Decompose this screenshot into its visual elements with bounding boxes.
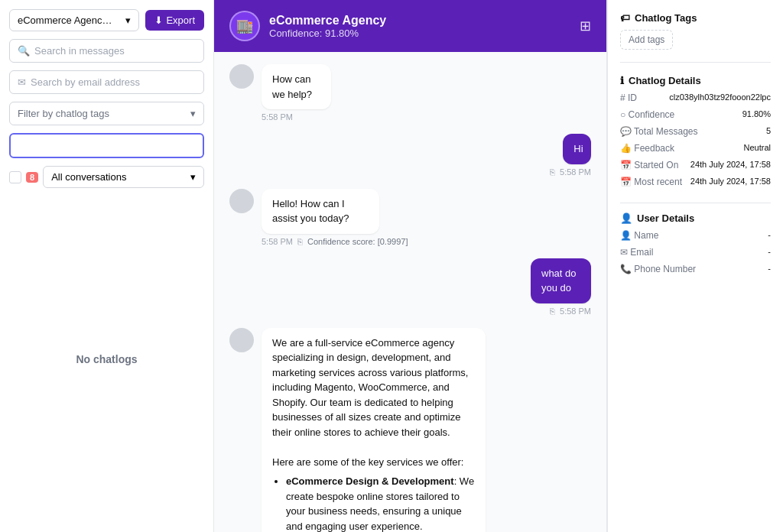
detail-label-phone: 📞 Phone Number bbox=[620, 264, 696, 274]
copy-icon[interactable]: ⎘ bbox=[550, 167, 555, 177]
chat-area: 🏬 eCommerce Agency Confidence: 91.80% ⊞ … bbox=[214, 0, 607, 532]
detail-row-feedback: 👍 Feedback Neutral bbox=[620, 143, 771, 154]
search-email-box: ✉ bbox=[9, 70, 204, 94]
message-wrapper: How can we help? 5:58 PM bbox=[262, 64, 364, 122]
info-icon: ℹ bbox=[620, 75, 624, 86]
conversations-label: All conversations bbox=[51, 171, 126, 183]
message-time: 5:58 PM bbox=[262, 112, 364, 122]
chat-confidence: Confidence: 91.80% bbox=[269, 28, 386, 39]
message-bubble: what do you do bbox=[531, 258, 591, 303]
detail-value-name: - bbox=[768, 230, 771, 239]
message-row: We are a full-service eCommerce agency s… bbox=[229, 328, 591, 533]
chatlog-tags-title: 🏷 Chatlog Tags bbox=[620, 12, 771, 24]
detail-value-confidence: 91.80% bbox=[742, 109, 771, 118]
detail-row-email: ✉ Email - bbox=[620, 247, 771, 258]
detail-value-phone: - bbox=[768, 264, 771, 273]
message-row: what do you do ⎘ 5:58 PM bbox=[229, 258, 591, 316]
detail-value-started-on: 24th July 2024, 17:58 bbox=[690, 160, 771, 169]
export-button[interactable]: ⬇ Export bbox=[145, 10, 204, 31]
filter-tags-row[interactable]: Filter by chatlog tags ▾ bbox=[9, 102, 204, 125]
chatlog-tags-section: 🏷 Chatlog Tags Add tags bbox=[620, 12, 771, 50]
chevron-down-icon: ▾ bbox=[190, 171, 196, 183]
message-wrapper: Hi ⎘ 5:58 PM bbox=[550, 134, 591, 177]
confidence-score: Confidence score: [0.9997] bbox=[307, 237, 408, 246]
message-time: ⎘ 5:58 PM bbox=[550, 307, 591, 316]
detail-row-id: # ID clz038ylh03tz92fooon22lpc bbox=[620, 92, 771, 103]
user-icon: 👤 bbox=[620, 212, 632, 224]
detail-value-feedback: Neutral bbox=[744, 143, 771, 152]
message-time: ⎘ 5:58 PM bbox=[550, 167, 591, 177]
detail-row-confidence: ○ Confidence 91.80% bbox=[620, 109, 771, 120]
agency-selector[interactable]: eCommerce Agenc… ▾ bbox=[9, 9, 139, 31]
message-bubble: Hi bbox=[563, 134, 591, 164]
right-panel: 🏷 Chatlog Tags Add tags ℹ Chatlog Detail… bbox=[607, 0, 783, 532]
message-bubble: Hello! How can I assist you today? bbox=[262, 189, 379, 234]
tag-icon: 🏷 bbox=[620, 12, 630, 24]
message-bubble: We are a full-service eCommerce agency s… bbox=[262, 328, 486, 533]
sidebar-top-row: eCommerce Agenc… ▾ ⬇ Export bbox=[9, 9, 204, 31]
detail-row-total-messages: 💬 Total Messages 5 bbox=[620, 126, 771, 137]
search-messages-input[interactable] bbox=[34, 45, 196, 57]
chat-header-left: 🏬 eCommerce Agency Confidence: 91.80% bbox=[229, 11, 386, 41]
search-icon: 🔍 bbox=[18, 45, 30, 57]
user-details-title: 👤 User Details bbox=[620, 203, 771, 224]
chatlog-details-section: ℹ Chatlog Details # ID clz038ylh03tz92fo… bbox=[620, 75, 771, 187]
detail-label-confidence: ○ Confidence bbox=[620, 109, 674, 120]
filter-tags-label: Filter by chatlog tags bbox=[18, 108, 109, 119]
layout-icon[interactable]: ⊞ bbox=[580, 18, 591, 34]
conversations-selector[interactable]: All conversations ▾ bbox=[43, 166, 204, 188]
date-filter-input[interactable]: 07/25/2024 bbox=[9, 133, 204, 158]
download-icon: ⬇ bbox=[154, 15, 163, 26]
message-row: Hi ⎘ 5:58 PM bbox=[229, 134, 591, 177]
message-row: How can we help? 5:58 PM bbox=[229, 64, 591, 122]
no-chatlogs-label: No chatlogs bbox=[9, 196, 204, 523]
copy-icon[interactable]: ⎘ bbox=[550, 307, 555, 316]
chat-agency-name: eCommerce Agency bbox=[269, 14, 386, 28]
chat-header: 🏬 eCommerce Agency Confidence: 91.80% ⊞ bbox=[214, 0, 606, 52]
search-email-input[interactable] bbox=[31, 76, 196, 88]
message-wrapper: We are a full-service eCommerce agency s… bbox=[262, 328, 591, 533]
chevron-down-icon: ▾ bbox=[190, 108, 196, 119]
chat-header-info: eCommerce Agency Confidence: 91.80% bbox=[269, 14, 386, 39]
conversations-filter-row: 8 All conversations ▾ bbox=[9, 166, 204, 188]
chevron-down-icon: ▾ bbox=[125, 15, 131, 26]
email-search-icon: ✉ bbox=[18, 76, 26, 88]
detail-row-name: 👤 Name - bbox=[620, 230, 771, 241]
detail-label-id: # ID bbox=[620, 92, 637, 103]
avatar bbox=[229, 64, 254, 89]
detail-value-most-recent: 24th July 2024, 17:58 bbox=[690, 177, 771, 186]
conversations-checkbox[interactable] bbox=[9, 171, 21, 183]
copy-icon[interactable]: ⎘ bbox=[297, 237, 303, 246]
detail-label-most-recent: 📅 Most recent bbox=[620, 177, 682, 187]
detail-value-total-messages: 5 bbox=[766, 126, 771, 135]
detail-row-started-on: 📅 Started On 24th July 2024, 17:58 bbox=[620, 160, 771, 170]
message-time: 5:58 PM ⎘ Confidence score: [0.9997] bbox=[262, 237, 435, 246]
chat-messages: How can we help? 5:58 PM Hi ⎘ 5:58 PM He… bbox=[214, 52, 606, 532]
avatar bbox=[229, 328, 254, 352]
detail-row-phone: 📞 Phone Number - bbox=[620, 264, 771, 274]
detail-value-id: clz038ylh03tz92fooon22lpc bbox=[669, 92, 771, 102]
add-tags-button[interactable]: Add tags bbox=[620, 30, 673, 50]
message-wrapper: what do you do ⎘ 5:58 PM bbox=[502, 258, 591, 316]
sidebar: eCommerce Agenc… ▾ ⬇ Export 🔍 ✉ Filter b… bbox=[0, 0, 214, 532]
detail-label-name: 👤 Name bbox=[620, 230, 658, 241]
detail-value-email: - bbox=[768, 247, 771, 256]
message-wrapper: Hello! How can I assist you today? 5:58 … bbox=[262, 189, 435, 246]
divider bbox=[620, 62, 771, 63]
user-details-section: 👤 User Details 👤 Name - ✉ Email - 📞 Phon… bbox=[620, 200, 771, 274]
chat-agency-avatar: 🏬 bbox=[229, 11, 260, 41]
chatlog-details-title: ℹ Chatlog Details bbox=[620, 75, 771, 86]
conversations-badge: 8 bbox=[26, 172, 38, 183]
search-messages-box: 🔍 bbox=[9, 39, 204, 63]
detail-label-total-messages: 💬 Total Messages bbox=[620, 126, 698, 137]
detail-label-feedback: 👍 Feedback bbox=[620, 143, 674, 154]
detail-label-started-on: 📅 Started On bbox=[620, 160, 678, 170]
detail-row-most-recent: 📅 Most recent 24th July 2024, 17:58 bbox=[620, 177, 771, 187]
message-row: Hello! How can I assist you today? 5:58 … bbox=[229, 189, 591, 246]
agency-selector-label: eCommerce Agenc… bbox=[18, 15, 112, 26]
avatar bbox=[229, 189, 254, 213]
detail-label-email: ✉ Email bbox=[620, 247, 653, 258]
message-bubble: How can we help? bbox=[262, 64, 331, 109]
